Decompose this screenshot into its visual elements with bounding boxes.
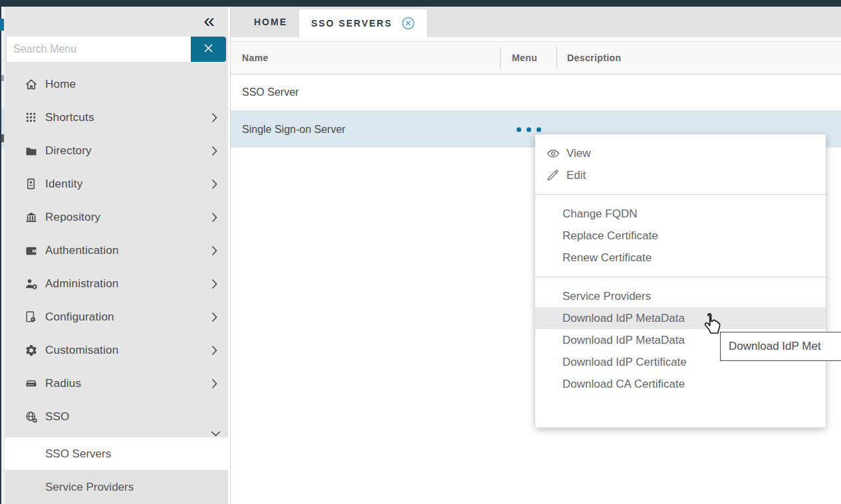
chevron-right-icon — [211, 279, 217, 289]
sidebar: « Home Shortcuts — [5, 7, 228, 504]
close-icon — [203, 43, 213, 55]
column-header-name[interactable]: Name — [242, 42, 269, 74]
sidebar-item-radius[interactable]: Radius — [5, 367, 228, 400]
background-fragment — [1, 75, 4, 81]
sidebar-item-directory[interactable]: Directory — [5, 134, 228, 168]
column-divider — [500, 47, 501, 69]
chevron-right-icon — [211, 312, 217, 322]
menu-item-label: View — [566, 147, 591, 160]
directory-icon — [25, 144, 38, 158]
search-clear-button[interactable] — [191, 37, 226, 62]
tab-label: HOME — [254, 17, 287, 27]
tooltip-text: Download IdP Met — [729, 340, 821, 353]
sidebar-item-label: SSO — [45, 410, 70, 424]
table-header: Name Menu Description — [231, 41, 841, 74]
column-header-description[interactable]: Description — [567, 42, 621, 74]
sidebar-item-sso-servers[interactable]: SSO Servers — [5, 438, 228, 470]
tab-bar: HOME SSO SERVERS — [231, 7, 841, 37]
sidebar-item-service-providers[interactable]: Service Providers — [5, 470, 228, 504]
radius-icon — [25, 377, 38, 390]
sidebar-subitem-label: SSO Servers — [45, 447, 111, 461]
sidebar-item-configuration[interactable]: Configuration — [5, 301, 228, 334]
menu-item-renew-certificate[interactable]: Renew Certificate — [535, 247, 826, 269]
column-header-menu[interactable]: Menu — [512, 42, 537, 74]
tab-label: SSO SERVERS — [311, 18, 392, 29]
sidebar-item-sso[interactable]: SSO — [5, 400, 228, 434]
menu-item-label: Download IdP MetaData — [562, 334, 685, 347]
shortcuts-icon — [25, 111, 38, 124]
menu-item-label: Edit — [566, 169, 586, 182]
sidebar-item-customisation[interactable]: Customisation — [5, 334, 228, 367]
row-name-cell: SSO Server — [242, 86, 299, 98]
search-bar — [7, 37, 226, 62]
sidebar-item-label: Customisation — [45, 344, 118, 357]
sidebar-item-label: Identity — [45, 178, 82, 191]
home-icon — [25, 78, 38, 91]
tooltip: Download IdP Met — [720, 332, 841, 361]
identity-icon — [25, 178, 38, 191]
search-input[interactable] — [7, 37, 191, 62]
administration-icon — [25, 277, 38, 291]
tab-close-icon[interactable] — [402, 17, 415, 30]
sidebar-item-identity[interactable]: Identity — [5, 168, 228, 201]
sidebar-item-shortcuts[interactable]: Shortcuts — [5, 101, 228, 134]
chevron-right-icon — [211, 112, 217, 123]
tab-sso-servers[interactable]: SSO SERVERS — [299, 9, 427, 37]
sso-icon — [25, 410, 38, 424]
menu-item-label: Download CA Certificate — [562, 378, 685, 391]
background-window-edge — [0, 7, 1, 504]
chevron-right-icon — [211, 179, 217, 189]
menu-item-replace-certificate[interactable]: Replace Certificate — [535, 225, 826, 247]
sidebar-collapse-button[interactable]: « — [199, 5, 219, 36]
sidebar-item-label: Administration — [45, 277, 119, 291]
menu-item-download-ca-certificate[interactable]: Download CA Certificate — [535, 373, 826, 395]
sidebar-item-label: Repository — [45, 211, 100, 224]
pencil-icon — [546, 169, 560, 182]
menu-item-service-providers[interactable]: Service Providers — [535, 285, 826, 307]
menu-item-label: Download IdP MetaData — [562, 312, 685, 325]
sidebar-item-label: Authentication — [45, 244, 119, 257]
menu-item-edit[interactable]: Edit — [535, 164, 826, 186]
sidebar-item-label: Shortcuts — [45, 111, 94, 124]
repository-icon — [25, 211, 38, 224]
sidebar-item-administration[interactable]: Administration — [5, 267, 228, 301]
row-actions-menu-button[interactable] — [517, 127, 541, 132]
eye-icon — [546, 147, 560, 160]
menu-item-label: Renew Certificate — [562, 251, 652, 265]
sidebar-item-repository[interactable]: Repository — [5, 201, 228, 234]
sidebar-item-label: Radius — [45, 377, 81, 390]
table-row[interactable]: SSO Server — [231, 74, 841, 111]
menu-item-label: Download IdP Certificate — [562, 356, 687, 369]
context-menu: View Edit Change FQDN Replace Certificat… — [535, 134, 826, 428]
sidebar-item-label: Directory — [45, 144, 92, 158]
background-fragment — [1, 134, 4, 142]
sidebar-nav: Home Shortcuts Directory Identity — [5, 68, 228, 434]
menu-item-download-idp-metadata[interactable]: Download IdP MetaData — [535, 307, 826, 329]
sidebar-subitem-label: Service Providers — [45, 481, 134, 494]
sidebar-item-label: Configuration — [45, 311, 114, 324]
column-divider — [556, 47, 557, 69]
menu-item-view[interactable]: View — [535, 142, 826, 164]
menu-item-change-fqdn[interactable]: Change FQDN — [535, 203, 826, 225]
background-window-sliver — [0, 7, 5, 504]
authentication-icon — [25, 244, 38, 257]
menu-divider — [535, 277, 826, 277]
sidebar-item-authentication[interactable]: Authentication — [5, 234, 228, 267]
configuration-icon — [25, 311, 38, 324]
chevron-right-icon — [211, 378, 217, 389]
chevron-right-icon — [211, 212, 217, 223]
menu-item-label: Change FQDN — [562, 207, 637, 221]
menu-item-label: Service Providers — [562, 290, 651, 303]
chevron-right-icon — [211, 146, 217, 156]
top-bar — [0, 0, 841, 7]
row-name-cell: Single Sign-on Server — [242, 124, 346, 136]
menu-item-label: Replace Certificate — [562, 229, 658, 243]
customisation-icon — [25, 344, 38, 357]
chevron-down-icon — [211, 431, 221, 437]
sidebar-item-home[interactable]: Home — [5, 68, 228, 101]
background-fragment — [0, 19, 4, 31]
tab-home[interactable]: HOME — [244, 7, 297, 37]
menu-divider — [535, 194, 826, 195]
chevron-right-icon — [211, 245, 217, 256]
sidebar-item-label: Home — [45, 78, 76, 91]
